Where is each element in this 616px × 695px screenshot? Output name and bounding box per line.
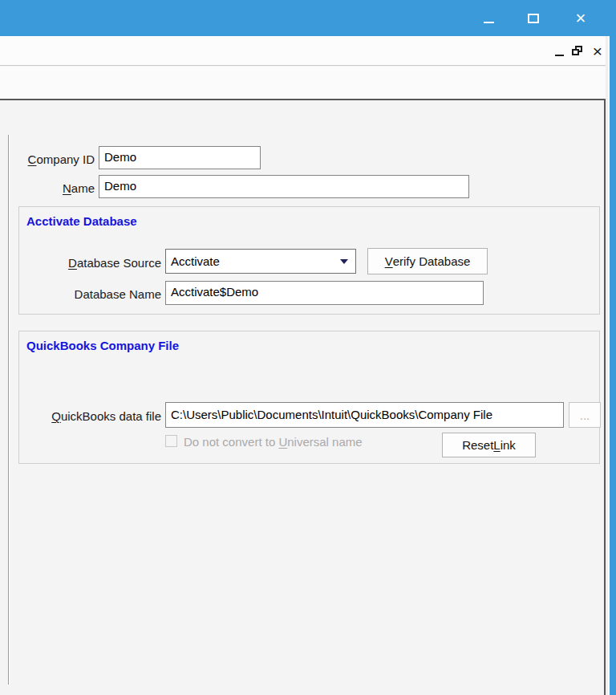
company-name-label: Name xyxy=(0,181,95,196)
quickbooks-group: QuickBooks Company File QuickBooks data … xyxy=(18,331,600,464)
minimize-icon xyxy=(555,55,564,56)
quickbooks-data-file-input[interactable]: C:\Users\Public\Documents\Intuit\QuickBo… xyxy=(165,402,564,428)
app-window: × × Company ID Demo Name Demo Acctivate … xyxy=(0,0,616,695)
minimize-icon xyxy=(484,22,494,23)
mdi-minimize-button[interactable] xyxy=(550,36,568,65)
main-close-button[interactable]: × xyxy=(565,0,597,36)
company-id-label: Company ID xyxy=(0,152,95,167)
company-id-input[interactable]: Demo xyxy=(99,146,261,169)
database-source-select[interactable]: Acctivate xyxy=(165,249,356,274)
main-titlebar: × xyxy=(0,0,616,36)
mdi-restore-button[interactable] xyxy=(569,36,586,65)
browse-button[interactable]: ... xyxy=(569,402,601,428)
mdi-titlebar: × xyxy=(0,36,607,66)
chevron-down-icon xyxy=(340,259,348,264)
quickbooks-group-title: QuickBooks Company File xyxy=(26,339,179,352)
form-frame-left-border xyxy=(8,135,10,685)
close-icon: × xyxy=(593,43,602,59)
main-maximize-button[interactable] xyxy=(517,0,549,36)
acctivate-database-group: Acctivate Database Database Source Accti… xyxy=(18,206,600,315)
company-name-input[interactable]: Demo xyxy=(99,175,469,198)
quickbooks-data-file-label: QuickBooks data file xyxy=(19,408,161,424)
universal-name-checkbox[interactable] xyxy=(165,435,177,447)
database-source-label: Database Source xyxy=(19,255,161,270)
maximize-icon xyxy=(528,14,539,23)
database-name-label: Database Name xyxy=(19,287,161,302)
restore-icon xyxy=(572,46,583,56)
mdi-close-button[interactable]: × xyxy=(589,36,606,65)
acctivate-database-group-title: Acctivate Database xyxy=(26,214,137,228)
close-icon: × xyxy=(576,10,586,27)
panel-top-border xyxy=(0,99,606,100)
database-name-input[interactable]: Acctivate$Demo xyxy=(165,281,484,305)
reset-link-button[interactable]: Reset Link xyxy=(442,433,536,457)
main-minimize-button[interactable] xyxy=(472,0,505,36)
toolbar-strip xyxy=(0,67,607,99)
verify-database-button[interactable]: Verify Database xyxy=(367,248,488,274)
database-source-value: Acctivate xyxy=(171,254,220,268)
universal-name-checkbox-label: Do not convert to Universal name xyxy=(184,434,363,449)
window-right-border xyxy=(610,36,616,695)
